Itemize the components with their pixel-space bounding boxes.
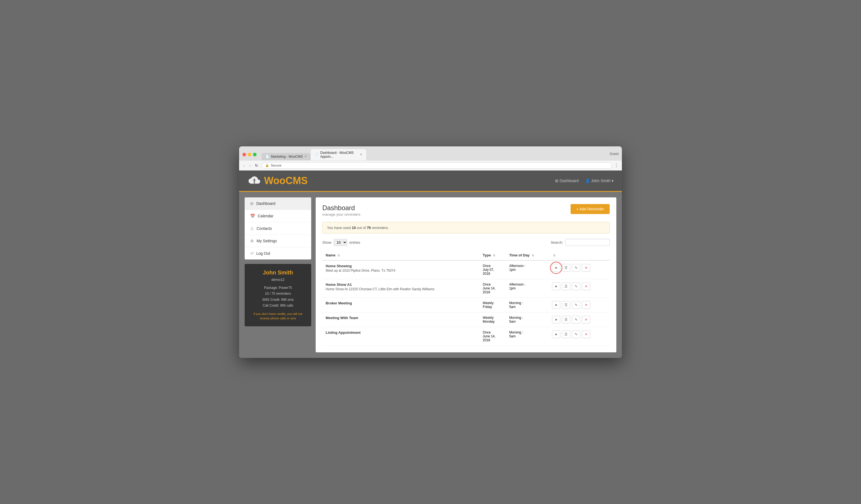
- tab-marketing-close[interactable]: ✕: [304, 155, 307, 158]
- logo-text: WooCMS: [264, 175, 308, 186]
- refresh-button[interactable]: ↻: [254, 163, 259, 168]
- add-reminder-button[interactable]: + Add Reminder: [571, 204, 610, 214]
- delete-btn-4[interactable]: ✕: [582, 316, 590, 323]
- back-button[interactable]: ‹: [243, 163, 246, 168]
- tab-marketing[interactable]: 📄 Marketing - WooCMS ✕: [262, 153, 311, 160]
- col-actions-sort-icon: ⇅: [553, 254, 555, 257]
- edit-btn-icon-3: ✎: [575, 303, 577, 307]
- user-nav-label: John Smith: [591, 179, 611, 183]
- send-btn-icon-1: ➤: [555, 266, 558, 270]
- close-button[interactable]: [243, 153, 246, 156]
- list-btn-icon-1: ☰: [564, 266, 568, 270]
- edit-btn-3[interactable]: ✎: [572, 301, 580, 309]
- sidebar-dashboard-label: Dashboard: [256, 201, 275, 206]
- search-input[interactable]: [565, 239, 610, 246]
- edit-btn-1[interactable]: ✎: [572, 264, 580, 272]
- sidebar-item-calendar[interactable]: 📅 Calendar: [245, 210, 311, 222]
- col-type[interactable]: Type ⇅: [479, 250, 506, 260]
- user-sms: SMS Credit: 996 sms: [250, 297, 306, 303]
- sidebar-settings-label: My Settings: [257, 239, 277, 243]
- send-btn-1[interactable]: ➤: [552, 264, 560, 272]
- minimize-button[interactable]: [248, 153, 251, 156]
- col-timeofday[interactable]: Time of Day ⇅: [506, 250, 549, 260]
- table-header-row: Name ⇅ Type ⇅ Time of Day ⇅: [322, 250, 610, 260]
- edit-btn-icon-1: ✎: [575, 266, 577, 270]
- user-nav-icon: 👤: [585, 179, 590, 183]
- list-btn-5[interactable]: ☰: [562, 331, 570, 338]
- col-type-sort-icon: ⇅: [493, 254, 495, 257]
- send-btn-2[interactable]: ➤: [552, 282, 560, 290]
- alert-info: You have used 10 out of 75 reminders.: [322, 222, 610, 234]
- top-nav-links: ⊞ Dashboard 👤 John Smith ▾: [555, 179, 614, 183]
- reminder-name-5: Listing Appointment: [326, 331, 476, 335]
- nav-user-link[interactable]: 👤 John Smith ▾: [585, 179, 614, 183]
- top-nav: WooCMS ⊞ Dashboard 👤 John Smith ▾: [239, 170, 622, 192]
- list-btn-icon-5: ☰: [564, 332, 568, 336]
- edit-btn-4[interactable]: ✎: [572, 316, 580, 323]
- forward-button[interactable]: ›: [248, 163, 252, 168]
- cell-type-1: Once July 07, 2018: [479, 260, 506, 279]
- table-row: Home ShowingMeet up at 1010 Pipline Driv…: [322, 260, 610, 279]
- list-btn-3[interactable]: ☰: [562, 301, 570, 309]
- traffic-lights: [243, 153, 257, 156]
- sidebar-item-contacts[interactable]: ⚠ Contacts: [245, 222, 311, 235]
- alert-total: 75: [367, 226, 371, 230]
- send-btn-5[interactable]: ➤: [552, 331, 560, 338]
- entries-select[interactable]: 10 25 50: [334, 239, 347, 246]
- delete-btn-3[interactable]: ✕: [582, 301, 590, 309]
- contacts-icon: ⚠: [250, 226, 254, 230]
- sidebar-item-settings[interactable]: ⚙ My Settings: [245, 235, 311, 247]
- edit-btn-2[interactable]: ✎: [572, 282, 580, 290]
- dashboard-nav-label: Dashboard: [560, 179, 579, 183]
- show-label: Show: [322, 240, 331, 244]
- tab-page-icon: 📄: [265, 155, 269, 158]
- maximize-button[interactable]: [253, 153, 257, 156]
- table-row: Broker MeetingWeekly FridayMorning : 5am…: [322, 297, 610, 312]
- alert-middle: out of: [356, 226, 367, 230]
- browser-user: Guest: [610, 152, 618, 157]
- logo: WooCMS: [247, 175, 308, 186]
- tab-dashboard[interactable]: 📄 Dashboard - WooCMS Appoin... ✕: [311, 149, 366, 160]
- panel-header: Dashboard manage your reminders + Add Re…: [322, 204, 610, 216]
- col-type-label: Type: [483, 253, 491, 257]
- cell-name-5: Listing Appointment: [322, 327, 479, 346]
- send-btn-3[interactable]: ➤: [552, 301, 560, 309]
- dashboard-panel: Dashboard manage your reminders + Add Re…: [316, 197, 616, 352]
- col-timeofday-sort-icon: ⇅: [532, 254, 534, 257]
- col-name-sort-icon: ⇅: [338, 254, 340, 257]
- reminder-name-1: Home Showing: [326, 264, 476, 268]
- cell-name-2: Home Show A1Home Show At 12325 Choctaw C…: [322, 279, 479, 297]
- delete-btn-icon-5: ✕: [585, 332, 588, 336]
- address-bar[interactable]: 🔒 Secure: [262, 162, 612, 169]
- cell-actions-5: ➤☰✎✕: [549, 327, 610, 346]
- sidebar-contacts-label: Contacts: [257, 226, 272, 230]
- table-row: Meeting With TeamWeekly MondayMorning : …: [322, 312, 610, 327]
- nav-dashboard-link[interactable]: ⊞ Dashboard: [555, 179, 579, 183]
- col-name-label: Name: [326, 253, 336, 257]
- list-btn-2[interactable]: ☰: [562, 282, 570, 290]
- user-dropdown-arrow: ▾: [612, 179, 614, 183]
- edit-btn-icon-2: ✎: [575, 284, 577, 288]
- send-btn-4[interactable]: ➤: [552, 316, 560, 323]
- delete-btn-5[interactable]: ✕: [582, 331, 590, 338]
- cell-name-3: Broker Meeting: [322, 297, 479, 312]
- browser-menu-button[interactable]: ⋮: [614, 163, 618, 168]
- cell-name-1: Home ShowingMeet up at 1010 Pipline Driv…: [322, 260, 479, 279]
- col-actions[interactable]: ⇅: [549, 250, 610, 260]
- list-btn-icon-2: ☰: [564, 284, 568, 288]
- dashboard-nav-icon: ⊞: [555, 179, 558, 183]
- user-warning: if you don't have credits, you will not …: [250, 312, 306, 321]
- search-label: Search:: [551, 240, 563, 244]
- browser-titlebar: 📄 Marketing - WooCMS ✕ 📄 Dashboard - Woo…: [239, 146, 622, 160]
- delete-btn-1[interactable]: ✕: [582, 264, 590, 272]
- tab-dashboard-close[interactable]: ✕: [360, 153, 362, 156]
- list-btn-4[interactable]: ☰: [562, 316, 570, 323]
- sidebar-item-logout[interactable]: ⏎ Log Out: [245, 247, 311, 260]
- sidebar-item-dashboard[interactable]: ⊞ Dashboard: [245, 197, 311, 210]
- edit-btn-5[interactable]: ✎: [572, 331, 580, 338]
- delete-btn-icon-3: ✕: [585, 303, 588, 307]
- delete-btn-2[interactable]: ✕: [582, 282, 590, 290]
- send-btn-icon-2: ➤: [555, 284, 558, 288]
- list-btn-1[interactable]: ☰: [562, 264, 570, 272]
- col-name[interactable]: Name ⇅: [322, 250, 479, 260]
